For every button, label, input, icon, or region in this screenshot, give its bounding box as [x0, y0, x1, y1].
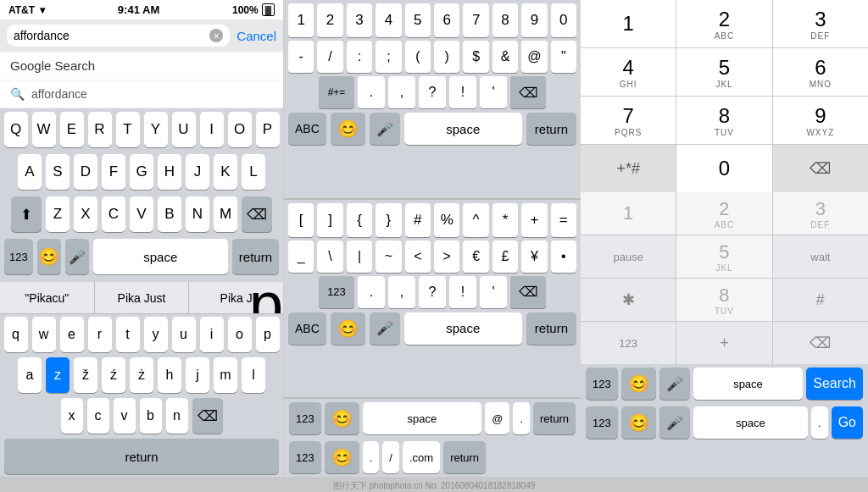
sk-comma[interactable]: , [388, 76, 415, 108]
key-C[interactable]: C [102, 196, 125, 232]
sk-comma-2[interactable]: , [388, 276, 415, 308]
bk-return-1[interactable]: return [533, 402, 576, 434]
key-I[interactable]: I [200, 112, 224, 147]
nk-rbracket[interactable]: ] [317, 203, 342, 237]
sk-delete-2[interactable]: ⌫ [510, 276, 546, 308]
key-R[interactable]: R [88, 112, 112, 147]
go-button[interactable]: Go [832, 406, 863, 439]
sk-tilde[interactable]: ~ [376, 240, 401, 273]
nk-8[interactable]: 8 [492, 3, 518, 37]
key-p2[interactable]: p [256, 317, 280, 352]
bk-dot-1[interactable]: . [513, 402, 530, 434]
key-H[interactable]: H [158, 154, 181, 190]
sk-euro[interactable]: € [463, 240, 488, 273]
dial-2[interactable]: 2 ABC [676, 192, 771, 235]
key-X[interactable]: X [74, 196, 97, 232]
nk-pct[interactable]: % [434, 203, 459, 237]
nk-lbrace[interactable]: { [347, 203, 372, 237]
mic-key-3[interactable]: 🎤 [370, 312, 400, 345]
sk-dot-2[interactable]: . [358, 276, 385, 308]
sk-at[interactable]: @ [521, 41, 547, 73]
key-u[interactable]: u [172, 317, 196, 352]
key-r[interactable]: r [88, 317, 112, 352]
emoji-key-3[interactable]: 😊 [331, 312, 365, 345]
key-J[interactable]: J [186, 154, 209, 190]
bk-dotcom[interactable]: .com [403, 441, 440, 473]
delete-key-2[interactable]: ⌫ [192, 398, 223, 434]
key-Q[interactable]: Q [4, 112, 28, 147]
sk-lparen[interactable]: ( [405, 41, 431, 73]
sk-colon[interactable]: : [347, 41, 372, 73]
bk-space-go[interactable]: space [693, 406, 808, 439]
nk-eq[interactable]: = [551, 203, 576, 237]
nk-0[interactable]: 0 [551, 3, 576, 37]
numpad-4[interactable]: 4 GHI [581, 48, 676, 96]
key-l2[interactable]: l [242, 357, 265, 393]
numpad-2[interactable]: 2 ABC [676, 0, 771, 47]
numpad-8[interactable]: 8 TUV [676, 97, 771, 144]
dial-5[interactable]: 5 JKL [676, 235, 771, 278]
bk-dot-go[interactable]: . [811, 406, 828, 439]
autocorrect-2[interactable]: Pika Just [95, 282, 190, 313]
bk-dot-2[interactable]: . [363, 441, 380, 473]
key-z-blue[interactable]: z [46, 357, 70, 393]
num-switch-key[interactable]: 123 [4, 239, 33, 274]
dial-123[interactable]: 123 [581, 322, 676, 364]
bk-slash[interactable]: / [382, 441, 399, 473]
sk-dot[interactable]: . [358, 76, 385, 108]
key-m2[interactable]: m [214, 357, 237, 393]
nk-2[interactable]: 2 [317, 3, 342, 37]
dial-1[interactable]: 1 [581, 192, 676, 235]
sk-amp[interactable]: & [492, 41, 518, 73]
key-z-alt2[interactable]: ź [102, 357, 125, 393]
sk-exclaim-2[interactable]: ! [449, 276, 476, 308]
sk-delete[interactable]: ⌫ [510, 76, 546, 108]
search-button[interactable]: Search [806, 368, 863, 400]
mic-key-2[interactable]: 🎤 [370, 113, 400, 145]
bk-123-2[interactable]: 123 [289, 441, 321, 473]
bk-at[interactable]: @ [485, 402, 509, 434]
key-j2[interactable]: j [186, 357, 209, 393]
key-N[interactable]: N [186, 196, 209, 232]
key-M[interactable]: M [214, 196, 237, 232]
key-i[interactable]: i [200, 317, 224, 352]
lower-return-key[interactable]: return [4, 439, 279, 474]
search-field[interactable]: affordance ✕ [7, 25, 230, 47]
nk-3[interactable]: 3 [347, 3, 372, 37]
nk-lbracket[interactable]: [ [288, 203, 314, 237]
emoji-key-2[interactable]: 😊 [331, 113, 365, 145]
bk-emoji-2[interactable]: 😊 [325, 441, 359, 473]
key-V[interactable]: V [130, 196, 153, 232]
bk-emoji-search[interactable]: 😊 [621, 368, 656, 400]
key-y[interactable]: y [144, 317, 168, 352]
sk-apos-2[interactable]: ' [480, 276, 507, 308]
nk-7[interactable]: 7 [463, 3, 488, 37]
key-D[interactable]: D [74, 154, 97, 190]
key-U[interactable]: U [172, 112, 196, 147]
key-q[interactable]: q [4, 317, 28, 352]
return-key-3[interactable]: return [526, 312, 576, 345]
key-t[interactable]: t [116, 317, 140, 352]
sk-yen[interactable]: ¥ [521, 240, 547, 273]
nk-caret[interactable]: ^ [463, 203, 488, 237]
dial-plus[interactable]: + [676, 322, 771, 364]
nk-1[interactable]: 1 [288, 3, 314, 37]
bk-123-go[interactable]: 123 [586, 406, 618, 439]
sk-question-2[interactable]: ? [419, 276, 446, 308]
sk-hashplus[interactable]: #+= [319, 76, 354, 108]
key-a2[interactable]: a [18, 357, 42, 393]
numpad-3[interactable]: 3 DEF [773, 0, 868, 47]
sk-underscore[interactable]: _ [288, 240, 314, 273]
bk-space-1[interactable]: space [363, 402, 482, 434]
emoji-key[interactable]: 😊 [37, 239, 61, 274]
dial-delete[interactable]: ⌫ [773, 322, 868, 364]
abc-key-2[interactable]: ABC [288, 312, 326, 345]
autocorrect-3[interactable]: Pika J p [189, 282, 283, 313]
sk-rparen[interactable]: ) [434, 41, 459, 73]
space-key-2[interactable]: space [404, 113, 522, 145]
key-P[interactable]: P [256, 112, 280, 147]
sk-gt[interactable]: > [434, 240, 459, 273]
bk-emoji-1[interactable]: 😊 [325, 402, 359, 434]
nk-plus[interactable]: + [521, 203, 547, 237]
key-L[interactable]: L [242, 154, 265, 190]
